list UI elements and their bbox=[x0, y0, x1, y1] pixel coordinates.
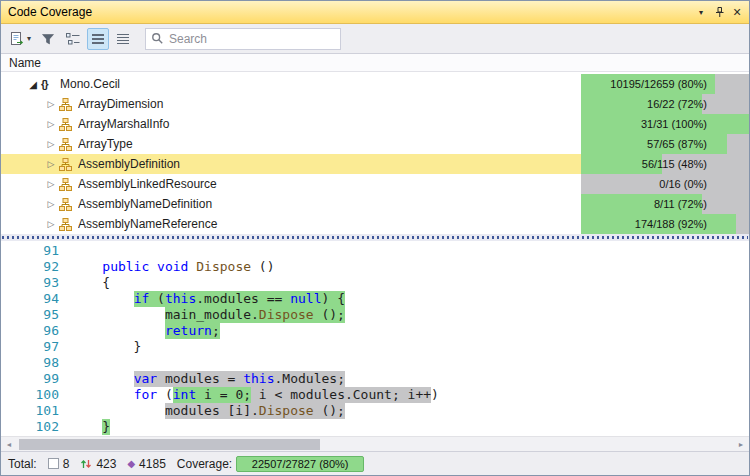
grouped-list-icon bbox=[65, 31, 81, 47]
code-line: 95 main_module.Dispose (); bbox=[1, 307, 749, 323]
assemblies-count: 8 bbox=[63, 457, 70, 471]
coverage-bar-text: 0/16 (0%) bbox=[659, 174, 707, 194]
coverage-bar-text: 57/65 (87%) bbox=[647, 134, 707, 154]
close-button[interactable]: × bbox=[728, 4, 746, 21]
expander-icon[interactable]: ▷ bbox=[43, 119, 59, 129]
code-line: 101 modules [i].Dispose (); bbox=[1, 403, 749, 419]
report-icon bbox=[9, 31, 25, 47]
class-icon bbox=[59, 98, 78, 111]
row-label: ArrayMarshalInfo bbox=[78, 117, 581, 131]
scrollbar-thumb[interactable] bbox=[19, 439, 320, 450]
statusbar: Total: 8 423 ◆ 4185 Coverage: 22507/2782… bbox=[1, 451, 749, 475]
line-code[interactable]: main_module.Dispose (); bbox=[59, 307, 345, 323]
pin-button[interactable] bbox=[710, 4, 728, 21]
line-code[interactable]: } bbox=[59, 339, 141, 355]
tree-row[interactable]: ▷ {} AssemblyNameReference 174/188 (92%) bbox=[1, 214, 749, 234]
up-down-arrows-icon bbox=[80, 458, 92, 470]
line-code[interactable]: public void Dispose () bbox=[59, 259, 275, 275]
scroll-left-button[interactable]: ◄ bbox=[1, 441, 17, 448]
pane-splitter[interactable] bbox=[1, 234, 749, 241]
row-label: Mono.Cecil bbox=[60, 77, 581, 91]
line-number: 93 bbox=[1, 275, 59, 291]
line-code[interactable] bbox=[59, 243, 71, 259]
line-number: 99 bbox=[1, 371, 59, 387]
coverage-bar-text: 31/31 (100%) bbox=[641, 114, 707, 134]
row-label: AssemblyLinkedResource bbox=[78, 177, 581, 191]
tree-row[interactable]: ▷ {} AssemblyDefinition 56/115 (48%) bbox=[1, 154, 749, 174]
coverage-bar-text: 10195/12659 (80%) bbox=[610, 74, 707, 94]
expander-icon[interactable]: ◢ bbox=[25, 79, 41, 90]
row-label: ArrayType bbox=[78, 137, 581, 151]
line-number: 97 bbox=[1, 339, 59, 355]
row-label: AssemblyNameDefinition bbox=[78, 197, 581, 211]
line-code[interactable]: modules [i].Dispose (); bbox=[59, 403, 345, 419]
line-number: 100 bbox=[1, 387, 59, 403]
line-code[interactable]: return; bbox=[59, 323, 220, 339]
arrow-right-icon: ► bbox=[738, 441, 745, 448]
tree-row[interactable]: ◢ {} Mono.Cecil 10195/12659 (80%) bbox=[1, 74, 749, 94]
line-code[interactable]: for (int i = 0; i < modules.Count; i++) bbox=[59, 387, 439, 403]
coverage-bar: 10195/12659 (80%) bbox=[581, 74, 749, 94]
code-line: 97 } bbox=[1, 339, 749, 355]
tree-row[interactable]: ▷ {} ArrayMarshalInfo 31/31 (100%) bbox=[1, 114, 749, 134]
window-menu-button[interactable]: ▾ bbox=[692, 4, 710, 21]
coverage-bar: 56/115 (48%) bbox=[581, 154, 749, 174]
tree-row[interactable]: ▷ {} AssemblyLinkedResource 0/16 (0%) bbox=[1, 174, 749, 194]
line-code[interactable]: var modules = this.Modules; bbox=[59, 371, 345, 387]
arrow-left-icon: ◄ bbox=[6, 441, 13, 448]
code-line: 93 { bbox=[1, 275, 749, 291]
line-number: 92 bbox=[1, 259, 59, 275]
coverage-bar-text: 8/11 (72%) bbox=[654, 194, 707, 214]
expander-icon[interactable]: ▷ bbox=[43, 159, 59, 169]
filter-icon bbox=[41, 32, 55, 46]
line-code[interactable]: } bbox=[59, 419, 110, 435]
coverage-bar: 174/188 (92%) bbox=[581, 214, 749, 234]
class-icon bbox=[59, 158, 78, 171]
coverage-bar: 16/22 (72%) bbox=[581, 94, 749, 114]
titlebar[interactable]: Code Coverage ▾ × bbox=[1, 1, 749, 24]
window-title: Code Coverage bbox=[8, 5, 692, 19]
expander-icon[interactable]: ▷ bbox=[43, 139, 59, 149]
scrollbar-track[interactable] bbox=[17, 438, 733, 451]
scroll-right-button[interactable]: ► bbox=[733, 441, 749, 448]
line-code[interactable]: if (this.modules == null) { bbox=[59, 291, 345, 307]
coverage-total-text: 22507/27827 (80%) bbox=[252, 458, 349, 470]
list-view-button[interactable] bbox=[87, 28, 109, 50]
list-icon bbox=[90, 31, 106, 47]
tree-row[interactable]: ▷ {} AssemblyNameDefinition 8/11 (72%) bbox=[1, 194, 749, 214]
name-column-header[interactable]: Name bbox=[1, 53, 749, 72]
code-line: 100 for (int i = 0; i < modules.Count; i… bbox=[1, 387, 749, 403]
export-report-button[interactable]: ▾ bbox=[6, 28, 34, 50]
tree-row[interactable]: ▷ {} ArrayDimension 16/22 (72%) bbox=[1, 94, 749, 114]
line-code[interactable]: { bbox=[59, 275, 110, 291]
chevron-down-icon: ▾ bbox=[27, 34, 31, 43]
horizontal-scrollbar[interactable]: ◄ ► bbox=[1, 436, 749, 451]
tree-row[interactable]: ▷ {} ArrayType 57/65 (87%) bbox=[1, 134, 749, 154]
details-view-button[interactable] bbox=[112, 28, 134, 50]
expander-icon[interactable]: ▷ bbox=[43, 179, 59, 189]
coverage-total-badge: 22507/27827 (80%) bbox=[236, 456, 364, 472]
line-number: 98 bbox=[1, 355, 59, 371]
code-editor: 91 92 public void Dispose () 93 { 94 if … bbox=[1, 241, 749, 436]
line-number: 94 bbox=[1, 291, 59, 307]
expander-icon[interactable]: ▷ bbox=[43, 99, 59, 109]
grouped-view-button[interactable] bbox=[62, 28, 84, 50]
toolbar: ▾ bbox=[1, 24, 749, 53]
search-input[interactable] bbox=[169, 32, 335, 46]
code-line: 91 bbox=[1, 243, 749, 259]
code-line: 96 return; bbox=[1, 323, 749, 339]
box-icon bbox=[48, 458, 59, 469]
methods-count: 4185 bbox=[139, 457, 166, 471]
code-line: 102 } bbox=[1, 419, 749, 435]
diamond-icon: ◆ bbox=[127, 459, 135, 469]
search-icon bbox=[151, 32, 164, 45]
expander-icon[interactable]: ▷ bbox=[43, 199, 59, 209]
filter-button[interactable] bbox=[37, 28, 59, 50]
code-coverage-window: Code Coverage ▾ × ▾ bbox=[0, 0, 750, 476]
line-code[interactable] bbox=[59, 355, 71, 371]
pin-icon bbox=[713, 6, 726, 19]
class-icon bbox=[59, 118, 78, 131]
line-number: 102 bbox=[1, 419, 59, 435]
expander-icon[interactable]: ▷ bbox=[43, 219, 59, 229]
chevron-down-icon: ▾ bbox=[699, 8, 703, 17]
